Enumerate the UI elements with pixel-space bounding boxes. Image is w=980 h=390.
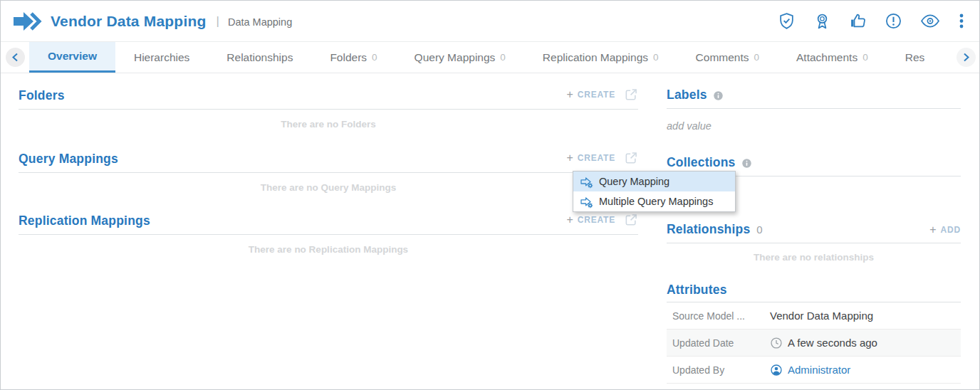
divider [667, 108, 961, 109]
relationships-count: 0 [756, 223, 762, 236]
section-title: Collections [667, 155, 736, 170]
attribute-row-updated-by: Updated By Administrator [667, 357, 961, 384]
tab-hierarchies[interactable]: Hierarchies [115, 42, 208, 73]
create-label: CREATE [578, 215, 615, 225]
app-logo-icon [14, 11, 42, 32]
tab-folders[interactable]: Folders0 [311, 42, 395, 73]
tab-label: Attachments [796, 51, 858, 64]
empty-state-text: There are no relationships [667, 252, 961, 263]
plus-icon: + [929, 224, 936, 236]
section-folders: Folders + CREATE There are no Folders [19, 88, 638, 130]
attribute-row-updated-date: Updated Date A few seconds ago [667, 330, 961, 357]
more-options-icon[interactable] [958, 12, 965, 30]
query-mapping-icon [580, 175, 593, 189]
info-icon[interactable] [713, 90, 724, 101]
tab-label: Comments [696, 51, 749, 64]
side-panel: Labels add value Collections [667, 73, 961, 384]
tab-label: Query Mappings [415, 51, 496, 64]
tab-label: Hierarchies [134, 51, 189, 64]
info-icon[interactable] [741, 158, 752, 169]
query-mapping-icon [580, 195, 593, 209]
attribute-value: A few seconds ago [788, 337, 877, 349]
section-query-mappings: Query Mappings + CREATE There are no Que… [19, 151, 638, 193]
menu-item-label: Query Mapping [599, 176, 669, 187]
open-in-new-icon[interactable] [624, 151, 638, 165]
section-labels: Labels add value [667, 88, 961, 132]
plus-icon: + [566, 152, 573, 164]
add-relationship-button[interactable]: + ADD [929, 224, 961, 237]
section-title: Relationships [667, 222, 750, 237]
empty-state-text: There are no Query Mappings [19, 182, 638, 193]
attribute-label: Updated Date [667, 337, 770, 349]
section-title: Query Mappings [19, 152, 118, 167]
watch-eye-icon[interactable] [920, 12, 940, 30]
tab-label: Res [905, 51, 925, 64]
tab-count: 0 [500, 52, 506, 63]
create-label: CREATE [578, 153, 615, 163]
divider [19, 109, 638, 110]
divider [19, 172, 638, 173]
attribute-row-source-model: Source Model ... Vendor Data Mapping [667, 302, 961, 330]
tab-bar: Overview Hierarchies Relationships Folde… [1, 42, 979, 73]
empty-state-text: There are no Replication Mappings [19, 244, 638, 255]
tab-count: 0 [372, 52, 377, 63]
create-query-mapping-menu: Query Mapping Multiple Query Mappings [573, 171, 736, 212]
tab-overview[interactable]: Overview [29, 42, 115, 73]
thumbs-up-icon[interactable] [849, 12, 867, 30]
tab-count: 0 [862, 52, 868, 63]
empty-state-text: There are no Folders [19, 119, 638, 130]
tabs-scroll-left-icon[interactable] [6, 48, 25, 67]
tab-label: Overview [48, 50, 97, 63]
menu-item-label: Multiple Query Mappings [599, 196, 713, 207]
plus-icon: + [566, 89, 573, 100]
clock-icon [770, 337, 783, 349]
attribute-label: Source Model ... [667, 310, 770, 322]
user-icon [770, 364, 783, 376]
section-replication-mappings: Replication Mappings + CREATE There are … [19, 213, 638, 255]
header-actions [778, 12, 965, 30]
alert-circle-icon[interactable] [885, 12, 902, 30]
tab-label: Relationships [226, 51, 293, 64]
create-replication-mapping-button[interactable]: + CREATE [566, 213, 638, 228]
section-title: Replication Mappings [19, 214, 150, 228]
tab-label: Folders [330, 51, 367, 64]
section-title: Folders [19, 88, 65, 103]
section-relationships: Relationships 0 + ADD There are no relat… [667, 222, 961, 263]
section-title: Attributes [667, 283, 961, 297]
tab-count: 0 [754, 52, 760, 63]
open-in-new-icon[interactable] [624, 88, 638, 102]
tab-relationships[interactable]: Relationships [208, 42, 311, 73]
menu-item-query-mapping[interactable]: Query Mapping [573, 172, 735, 191]
attribute-value: Vendor Data Mapping [770, 310, 873, 322]
tab-count: 0 [653, 52, 659, 63]
divider [19, 234, 638, 235]
tab-comments[interactable]: Comments0 [677, 42, 778, 73]
divider [667, 243, 961, 243]
asset-type-label: Data Mapping [228, 14, 292, 28]
tab-query-mappings[interactable]: Query Mappings0 [396, 42, 524, 73]
tab-label: Replication Mappings [543, 51, 648, 64]
tabs-scroll-right-icon[interactable] [956, 48, 976, 67]
shield-check-icon[interactable] [778, 12, 796, 30]
app-header: Vendor Data Mapping | Data Mapping [1, 1, 979, 42]
menu-item-multiple-query-mappings[interactable]: Multiple Query Mappings [573, 191, 735, 211]
create-label: CREATE [578, 90, 615, 100]
section-attributes: Attributes Source Model ... Vendor Data … [667, 283, 961, 384]
certification-ribbon-icon[interactable] [813, 12, 831, 30]
tab-replication-mappings[interactable]: Replication Mappings0 [524, 42, 677, 73]
title-separator: | [217, 14, 219, 28]
section-title: Labels [667, 88, 707, 102]
attribute-label: Updated By [667, 364, 770, 376]
add-label: ADD [941, 225, 961, 235]
updated-by-user-link[interactable]: Administrator [788, 364, 850, 376]
create-folder-button[interactable]: + CREATE [566, 88, 638, 103]
create-query-mapping-button[interactable]: + CREATE [566, 151, 638, 167]
tab-attachments[interactable]: Attachments0 [778, 42, 887, 73]
page-title: Vendor Data Mapping [51, 13, 207, 30]
add-label-value-field[interactable]: add value [667, 120, 961, 132]
open-in-new-icon[interactable] [624, 213, 638, 227]
main-content: Folders + CREATE There are no Folders Qu… [19, 73, 638, 255]
plus-icon: + [566, 214, 573, 226]
tab-resources[interactable]: Res [887, 42, 944, 73]
